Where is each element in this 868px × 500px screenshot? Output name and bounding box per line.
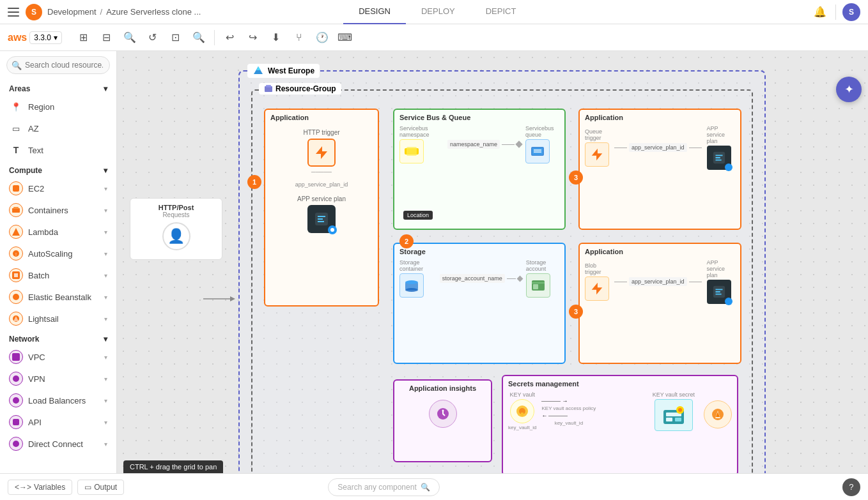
notification-button[interactable]: 🔔 [811,3,829,21]
svg-rect-48 [675,418,681,421]
containers-label: Containers [28,206,99,215]
sidebar-item-text[interactable]: T Text [6,139,110,161]
rg-label: Resource-Group [259,83,341,95]
svc-ns-label: Servicebus namespace [399,125,444,138]
svg-point-24 [330,228,334,232]
app-service-plan-section: APP service plan [265,188,378,238]
storage-container-icon [399,273,424,298]
component-search[interactable]: Search any component 🔍 [328,478,439,496]
compute-chevron-icon: ▾ [104,166,107,175]
sidebar-item-beanstalk[interactable]: Elastic Beanstalk ▾ [6,286,110,308]
fab-button[interactable]: ✦ [836,77,862,102]
key-vault-secret-section: KEY vault secret [653,391,695,431]
sidebar-item-lb[interactable]: Load Balancers ▾ [6,390,110,411]
search-button[interactable]: 🔍 [120,27,140,48]
history-button[interactable]: 🕐 [312,27,332,48]
app-rt-title: Application [580,110,740,123]
sidebar-item-vpc[interactable]: VPC ▾ [6,346,110,368]
search-input[interactable] [6,56,110,74]
undo-button[interactable]: ↩ [220,27,240,48]
variables-button[interactable]: <→> Variables [8,480,72,495]
network-section-header[interactable]: Network ▾ [6,330,110,346]
storage-title: Storage [394,244,564,257]
breadcrumb: Development / Azure Serverless clone ... [47,7,201,17]
version-selector[interactable]: 3.3.0 ▾ [29,31,62,44]
key-vault-icon [510,399,534,423]
batch-chevron-icon: ▾ [104,272,107,279]
region-icon: 📍 [9,100,23,114]
breadcrumb-dev[interactable]: Development [47,7,97,17]
svc-ns-icon [399,139,424,163]
canvas-area[interactable]: ✦ HTTP/Post Requests 👤 West Europe [117,51,868,473]
svg-marker-19 [256,66,261,70]
svc-bus-box: Service Bus & Queue Servicebus namespace… [393,109,566,230]
lambda-chevron-icon: ▾ [104,229,107,236]
app-rb-plan-id: app_service_plan_id [629,277,687,286]
output-button[interactable]: ▭ Output [77,480,124,495]
lb-icon [9,393,23,407]
help-button[interactable]: ? [842,478,860,496]
storage-content: Storage container storage_account_name [394,257,564,300]
svc-bus-title: Service Bus & Queue [394,110,564,123]
sidebar-item-containers[interactable]: Containers ▾ [6,199,110,221]
tab-design[interactable]: DESIGN [343,0,406,24]
breadcrumb-project[interactable]: Azure Serverless clone ... [106,7,201,17]
lb-chevron-icon: ▾ [104,397,107,404]
batch-label: Batch [28,271,99,280]
http-title: HTTP/Post [136,204,217,211]
http-trigger-icon [307,139,336,167]
key-vault-connector-section: → KEY vault access policy ← key_vault_id [541,398,596,426]
fit-button[interactable]: ⊡ [166,27,186,48]
badge-3a: 3 [569,170,583,185]
svc-connector: namespace_name [447,140,522,149]
http-trigger-section: HTTP trigger ───── [265,123,378,181]
compute-section-header[interactable]: Compute ▾ [6,161,110,178]
az-label: AZ [28,124,107,133]
svg-point-41 [442,410,444,412]
az-icon: ▭ [9,121,23,135]
areas-section-header[interactable]: Areas ▾ [6,79,110,96]
user-avatar[interactable]: S [842,3,860,21]
azure-icon [252,65,264,77]
svg-marker-55 [230,296,235,301]
sidebar-item-lightsail[interactable]: Lightsail ▾ [6,308,110,330]
sidebar-item-api[interactable]: API ▾ [6,411,110,433]
redo-button[interactable]: ↪ [243,27,263,48]
http-post-box: HTTP/Post Requests 👤 [130,198,222,260]
http-trigger-label: HTTP trigger [265,129,378,136]
sidebar-item-vpn[interactable]: VPN ▾ [6,368,110,390]
sidebar-item-batch[interactable]: Batch ▾ [6,264,110,286]
tab-deploy[interactable]: DEPLOY [406,0,470,24]
branch-button[interactable]: ⑂ [289,27,309,48]
refresh-button[interactable]: ↺ [143,27,163,48]
badge-1: 1 [247,175,261,189]
search-icon: 🔍 [12,61,22,70]
lightsail-chevron-icon: ▾ [104,315,107,322]
menu-icon[interactable] [8,6,20,19]
sidebar-search-wrap: 🔍 [0,51,116,79]
api-icon [9,415,23,429]
keyboard-button[interactable]: ⌨ [335,27,355,48]
app-service-plan-icon [307,205,336,233]
tab-depict[interactable]: DEPICT [470,0,532,24]
insights-icon [429,400,457,428]
sidebar-item-lambda[interactable]: Lambda ▾ [6,221,110,243]
svg-rect-44 [521,413,523,416]
svg-marker-3 [12,228,20,236]
svg-marker-31 [592,149,603,160]
zoom-button[interactable]: 🔍 [189,27,209,48]
sidebar-item-ec2[interactable]: EC2 ▾ [6,178,110,199]
lightsail-icon [9,312,23,326]
secrets-title: Secrets management [503,376,737,389]
svg-point-50 [678,408,682,412]
sidebar-item-az[interactable]: ▭ AZ [6,117,110,139]
svg-rect-21 [266,85,271,87]
grid-view-button[interactable]: ⊞ [74,27,94,48]
sidebar-item-region[interactable]: 📍 Region [6,96,110,117]
beanstalk-label: Elastic Beanstalk [28,292,99,302]
api-label: API [28,418,99,427]
download-button[interactable]: ⬇ [266,27,286,48]
sidebar-item-autoscaling[interactable]: ↕ AutoScaling ▾ [6,243,110,264]
sidebar-item-direct-connect[interactable]: Direct Connect ▾ [6,433,110,455]
table-view-button[interactable]: ⊟ [97,27,117,48]
